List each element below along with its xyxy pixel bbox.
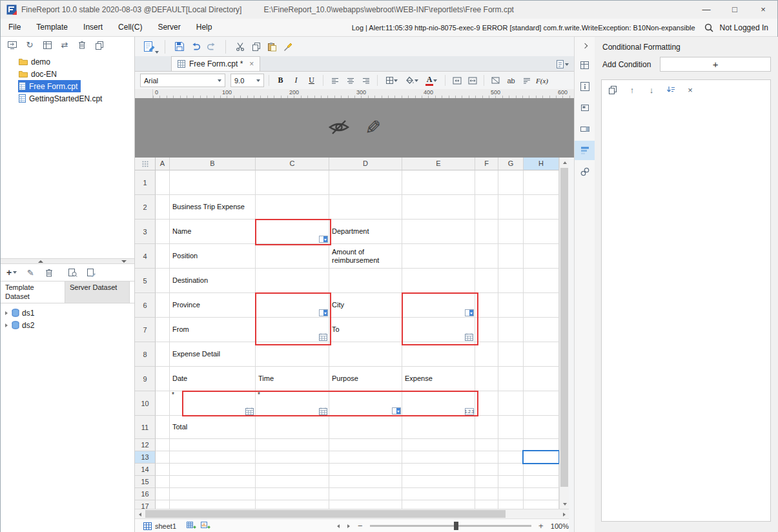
collapse-panel-arrow[interactable] <box>575 38 595 54</box>
cell-G11[interactable] <box>498 416 524 439</box>
cell-G7[interactable] <box>498 318 524 342</box>
cell-C6[interactable] <box>256 293 329 318</box>
row-header-2[interactable]: 2 <box>135 195 156 220</box>
menu-item-file[interactable]: File <box>1 19 28 36</box>
align-center-icon[interactable] <box>343 74 357 87</box>
horizontal-scroll-thumb[interactable] <box>145 510 506 518</box>
paste-icon[interactable] <box>264 39 280 55</box>
redo-button[interactable] <box>203 39 220 55</box>
cell-B13[interactable] <box>170 451 256 464</box>
tab-options-icon[interactable] <box>557 60 569 68</box>
cell-E10[interactable] <box>402 391 475 416</box>
float-element-icon[interactable] <box>575 98 595 118</box>
duplicate-file-icon[interactable] <box>94 40 105 50</box>
cell-attributes-icon[interactable] <box>575 77 595 96</box>
formula-icon[interactable]: F(x) <box>535 74 549 87</box>
cell-A16[interactable] <box>156 488 170 500</box>
prev-sheet-icon[interactable] <box>337 524 340 528</box>
cell-F11[interactable] <box>475 416 498 439</box>
horizontal-scrollbar[interactable] <box>135 509 569 518</box>
row-header-16[interactable]: 16 <box>135 488 156 500</box>
cell-D11[interactable] <box>329 416 402 439</box>
cell-E16[interactable] <box>402 488 475 500</box>
conditional-formatting-icon[interactable] <box>575 141 595 160</box>
refresh-icon[interactable]: ↻ <box>25 40 35 50</box>
cell-A10[interactable] <box>156 391 170 416</box>
cell-H6[interactable] <box>524 293 559 318</box>
menu-item-server[interactable]: Server <box>150 19 188 36</box>
row-header-14[interactable]: 14 <box>135 464 156 476</box>
cell-E2[interactable] <box>402 195 475 220</box>
cell-A15[interactable] <box>156 476 170 488</box>
column-header-D[interactable]: D <box>329 158 402 170</box>
cell-D6[interactable]: City <box>329 293 402 318</box>
maximize-button[interactable]: □ <box>721 1 749 19</box>
cell-F4[interactable] <box>475 244 498 269</box>
cell-H11[interactable] <box>524 416 559 439</box>
cell-F13[interactable] <box>475 451 498 464</box>
cell-E8[interactable] <box>402 342 475 367</box>
cell-B9[interactable]: Date <box>170 367 256 391</box>
cell-E3[interactable] <box>402 220 475 244</box>
cell-F17[interactable] <box>475 500 498 509</box>
cell-B17[interactable] <box>170 500 256 509</box>
cell-G1[interactable] <box>498 170 524 195</box>
tab-server-dataset[interactable]: Server Dataset <box>65 281 130 303</box>
cell-H13[interactable] <box>524 451 559 464</box>
column-header-G[interactable]: G <box>498 158 524 170</box>
cell-G9[interactable] <box>498 367 524 391</box>
close-tab-icon[interactable]: × <box>249 60 254 68</box>
cell-G4[interactable] <box>498 244 524 269</box>
close-button[interactable]: × <box>749 1 777 19</box>
cell-D4[interactable]: Amount of reimbursement <box>329 244 402 269</box>
row-header-5[interactable]: 5 <box>135 269 156 293</box>
column-header-F[interactable]: F <box>475 158 498 170</box>
next-sheet-icon[interactable] <box>347 524 350 528</box>
cell-H8[interactable] <box>524 342 559 367</box>
unmerge-cells-icon[interactable] <box>466 74 479 87</box>
font-family-select[interactable]: Arial <box>140 74 225 87</box>
cell-G12[interactable] <box>498 439 524 451</box>
cell-B11[interactable]: Total <box>170 416 256 439</box>
cell-A14[interactable] <box>156 464 170 476</box>
insert-chart-sheet-icon[interactable] <box>201 521 210 531</box>
cell-G15[interactable] <box>498 476 524 488</box>
delete-file-icon[interactable] <box>77 40 87 50</box>
cell-A7[interactable] <box>156 318 170 342</box>
delete-dataset-icon[interactable] <box>44 267 54 278</box>
zoom-slider[interactable] <box>370 525 531 527</box>
document-tab[interactable]: Free Form.cpt * × <box>171 56 260 71</box>
cell-A6[interactable] <box>156 293 170 318</box>
cell-G6[interactable] <box>498 293 524 318</box>
align-right-icon[interactable] <box>359 74 373 87</box>
row-header-1[interactable]: 1 <box>135 170 156 195</box>
cell-E12[interactable] <box>402 439 475 451</box>
move-up-icon[interactable]: ↑ <box>627 85 637 95</box>
sort-conditions-icon[interactable] <box>666 85 676 95</box>
save-button[interactable] <box>171 39 187 55</box>
cell-A11[interactable] <box>156 416 170 439</box>
cell-E17[interactable] <box>402 500 475 509</box>
cell-F1[interactable] <box>475 170 498 195</box>
cell-C4[interactable] <box>256 244 329 269</box>
search-icon[interactable] <box>704 23 713 32</box>
row-header-7[interactable]: 7 <box>135 318 156 342</box>
cell-G5[interactable] <box>498 269 524 293</box>
cell-H4[interactable] <box>524 244 559 269</box>
cell-C14[interactable] <box>256 464 329 476</box>
cell-D3[interactable]: Department <box>329 220 402 244</box>
cell-C15[interactable] <box>256 476 329 488</box>
cell-C2[interactable] <box>256 195 329 220</box>
row-header-6[interactable]: 6 <box>135 293 156 318</box>
cell-C9[interactable]: Time <box>256 367 329 391</box>
cell-F2[interactable] <box>475 195 498 220</box>
cell-D10[interactable] <box>329 391 402 416</box>
scroll-right-button[interactable] <box>559 509 569 519</box>
cell-A9[interactable] <box>156 367 170 391</box>
cell-D16[interactable] <box>329 488 402 500</box>
cell-B7[interactable]: From <box>170 318 256 342</box>
cell-E6[interactable] <box>402 293 475 318</box>
cell-A5[interactable] <box>156 269 170 293</box>
cell-B16[interactable] <box>170 488 256 500</box>
edit-dataset-icon[interactable]: ✎ <box>25 267 36 278</box>
